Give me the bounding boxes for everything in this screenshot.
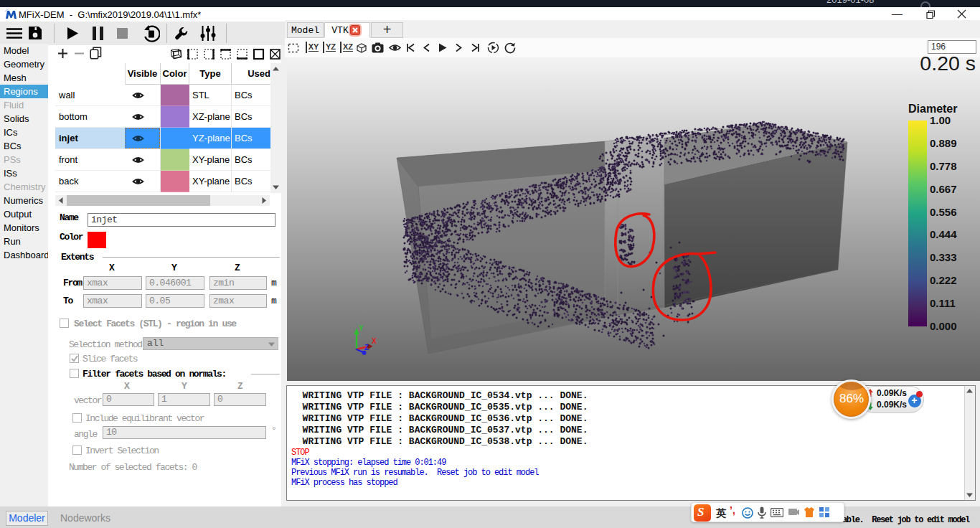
svg-text:0.556: 0.556 bbox=[930, 206, 957, 218]
svg-text:Y: Y bbox=[359, 324, 364, 332]
svg-text:0.889: 0.889 bbox=[930, 137, 957, 149]
svg-text:0.667: 0.667 bbox=[930, 183, 957, 195]
svg-text:0.778: 0.778 bbox=[930, 160, 957, 172]
svg-text:0.333: 0.333 bbox=[930, 251, 957, 263]
svg-text:0.111: 0.111 bbox=[930, 297, 956, 309]
svg-text:Z: Z bbox=[364, 344, 369, 352]
svg-text:1.00: 1.00 bbox=[930, 114, 951, 126]
svg-text:Diameter: Diameter bbox=[908, 103, 957, 115]
svg-text:X: X bbox=[372, 337, 377, 345]
svg-text:0.222: 0.222 bbox=[930, 274, 957, 286]
svg-text:0.000: 0.000 bbox=[930, 320, 957, 332]
svg-text:0.444: 0.444 bbox=[930, 228, 957, 240]
